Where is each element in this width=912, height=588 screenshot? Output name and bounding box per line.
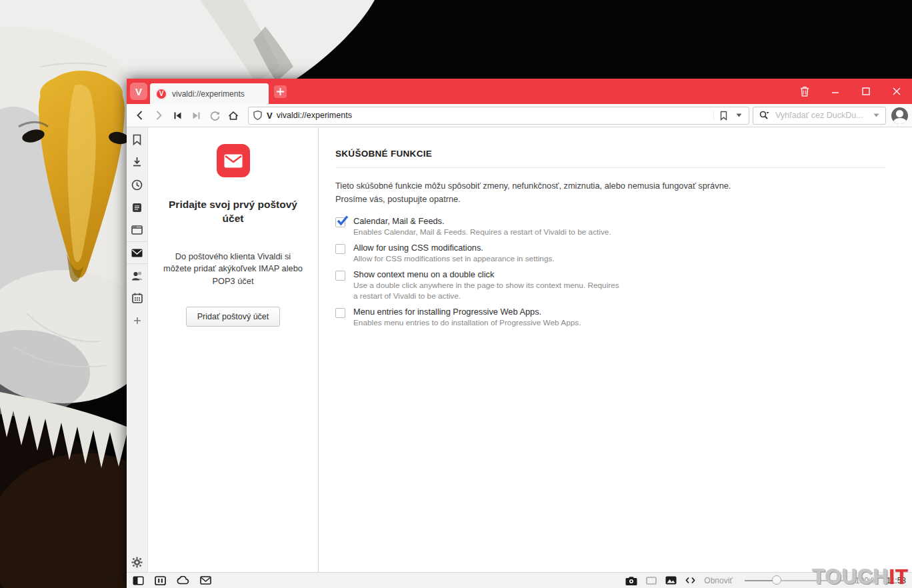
mail-app-icon xyxy=(217,144,250,177)
dropdown-caret-icon[interactable] xyxy=(736,113,742,117)
search-icon[interactable] xyxy=(759,111,769,120)
contacts-icon[interactable] xyxy=(127,264,147,287)
experiment-description: Use a double click anywhere in the page … xyxy=(353,281,620,301)
experiment-row-calendar-mail-feeds: Calendar, Mail & Feeds. Enables Calendar… xyxy=(335,216,885,237)
profile-avatar-icon[interactable] xyxy=(891,107,908,124)
rewind-icon[interactable] xyxy=(168,107,187,125)
watermark-touch: TOUCH xyxy=(813,565,889,588)
bookmark-controls xyxy=(713,111,747,121)
close-icon[interactable] xyxy=(889,84,904,99)
forward-icon[interactable] xyxy=(149,107,168,125)
tab-title: vivaldi://experiments xyxy=(172,89,245,99)
experiment-checkbox[interactable] xyxy=(335,244,345,254)
intro-line-2: Prosíme vás, postupujte opatrne. xyxy=(335,193,885,206)
maximize-icon[interactable] xyxy=(859,84,873,99)
reset-zoom-label[interactable]: Obnoviť xyxy=(704,576,733,585)
trash-icon[interactable] xyxy=(797,84,812,99)
notes-icon[interactable] xyxy=(127,196,147,219)
experiment-title[interactable]: Show context menu on a double click xyxy=(353,269,620,279)
tab-bar: V V vivaldi://experiments xyxy=(127,79,912,104)
add-panel-icon[interactable] xyxy=(127,309,147,332)
main-area: Pridajte svoj prvý poštový účet Do pošto… xyxy=(127,127,912,572)
experiment-row-context-menu-double-click: Show context menu on a double click Use … xyxy=(335,269,885,301)
experiment-title[interactable]: Allow for using CSS modifications. xyxy=(353,243,555,253)
experiment-title[interactable]: Calendar, Mail & Feeds. xyxy=(353,216,611,226)
fast-forward-icon[interactable] xyxy=(187,107,205,125)
capture-icon[interactable] xyxy=(625,576,637,585)
url-text: vivaldi://experiments xyxy=(277,111,709,120)
vivaldi-menu-icon[interactable]: V xyxy=(130,83,147,100)
status-bar: Obnoviť 100 % 11:53 xyxy=(127,572,912,588)
experiment-description: Allow for CSS modifications set in appea… xyxy=(353,254,555,264)
window-controls xyxy=(797,79,904,104)
bookmark-icon[interactable] xyxy=(719,111,728,121)
mail-status-icon[interactable] xyxy=(200,576,211,585)
page-actions-icon[interactable] xyxy=(646,577,657,585)
mail-icon[interactable] xyxy=(127,241,147,264)
images-toggle-icon[interactable] xyxy=(665,576,677,585)
experiment-title[interactable]: Menu entries for installing Progressive … xyxy=(353,307,581,317)
mail-panel-heading: Pridajte svoj prvý poštový účet xyxy=(162,198,305,226)
experiments-page: SKÚŠOBNÉ FUNKCIE Tieto skúšobné funkcie … xyxy=(319,127,912,572)
status-bar-left xyxy=(133,576,211,585)
vivaldi-badge-icon: V xyxy=(267,111,273,121)
heading-divider xyxy=(335,167,885,168)
experiment-row-css-modifications: Allow for using CSS modifications. Allow… xyxy=(335,243,885,264)
tab-favicon-icon: V xyxy=(156,89,167,99)
search-engine-caret-icon[interactable] xyxy=(873,113,879,117)
add-mail-account-button[interactable]: Pridať poštový účet xyxy=(186,307,281,327)
panel-strip xyxy=(127,127,148,572)
experiment-checkbox[interactable] xyxy=(335,308,345,318)
url-input[interactable]: V vivaldi://experiments xyxy=(248,107,749,125)
page-title: SKÚŠOBNÉ FUNKCIE xyxy=(335,149,885,159)
touchit-watermark: TOUCHIT xyxy=(813,565,909,588)
experiment-checkbox[interactable] xyxy=(335,271,345,281)
address-bar: V vivaldi://experiments Vyhľadať cez Duc… xyxy=(127,104,912,127)
home-icon[interactable] xyxy=(224,107,243,125)
experiment-description: Enables menu entries to do installation … xyxy=(353,318,581,328)
shield-icon[interactable] xyxy=(253,110,263,121)
panel-toggle-icon[interactable] xyxy=(133,576,144,585)
experiment-description: Enables Calendar, Mail & Feeds. Requires… xyxy=(353,227,611,237)
calendar-icon[interactable] xyxy=(127,287,147,309)
sync-cloud-icon[interactable] xyxy=(177,576,189,585)
page-source-icon[interactable] xyxy=(685,577,695,584)
experiment-checkbox-checked[interactable] xyxy=(335,217,345,227)
mail-panel-body: Do poštového klienta Vivaldi si môžete p… xyxy=(163,251,303,288)
bookmarks-icon[interactable] xyxy=(127,128,147,151)
back-icon[interactable] xyxy=(131,107,149,125)
history-icon[interactable] xyxy=(127,173,147,196)
intro-line-1: Tieto skúšobné funkcie môžu spôsobiť zme… xyxy=(335,179,885,193)
windows-icon[interactable] xyxy=(127,219,147,241)
settings-gear-icon[interactable] xyxy=(131,557,143,568)
experiments-intro: Tieto skúšobné funkcie môžu spôsobiť zme… xyxy=(335,179,885,206)
search-placeholder: Vyhľadať cez DuckDu... xyxy=(775,111,867,120)
watermark-it: IT xyxy=(889,565,909,588)
tab-experiments[interactable]: V vivaldi://experiments xyxy=(150,83,269,104)
minimize-icon[interactable] xyxy=(828,84,843,99)
mail-panel: Pridajte svoj prvý poštový účet Do pošto… xyxy=(148,127,319,572)
experiment-row-pwa-menu-entries: Menu entries for installing Progressive … xyxy=(335,307,885,328)
downloads-icon[interactable] xyxy=(127,151,147,173)
search-input[interactable]: Vyhľadať cez DuckDu... xyxy=(753,107,886,125)
new-tab-icon[interactable] xyxy=(274,85,287,98)
tiling-icon[interactable] xyxy=(155,576,166,585)
zoom-slider-handle[interactable] xyxy=(772,575,781,585)
browser-window: V V vivaldi://experiments xyxy=(127,79,912,588)
reload-icon[interactable] xyxy=(205,107,224,125)
